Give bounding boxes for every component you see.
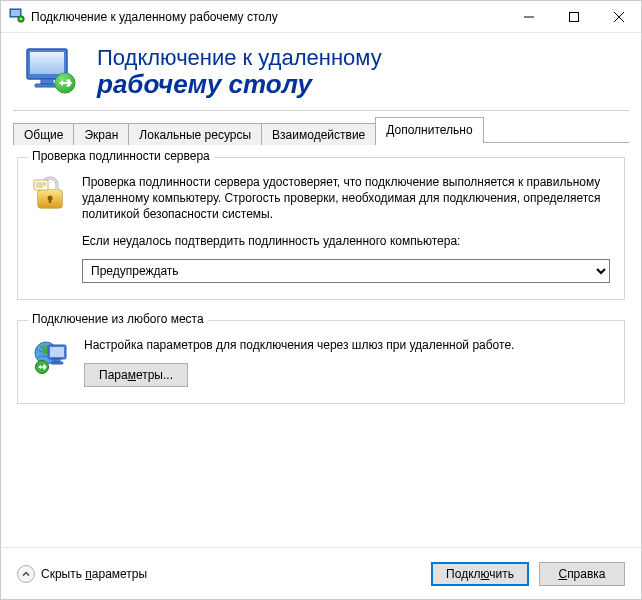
- gateway-settings-button[interactable]: Параметры...: [84, 363, 188, 387]
- header-text: Подключение к удаленному рабочему столу: [97, 45, 382, 100]
- group-gateway: Подключение из любого места: [17, 320, 625, 404]
- header: Подключение к удаленному рабочему столу: [1, 33, 641, 110]
- auth-description: Проверка подлинности сервера удостоверяе…: [82, 174, 610, 223]
- tab-content-advanced: Проверка подлинности сервера: [1, 143, 641, 547]
- svg-rect-1: [11, 10, 20, 16]
- titlebar: Подключение к удаленному рабочему столу: [1, 1, 641, 33]
- tab-general[interactable]: Общие: [13, 123, 74, 145]
- group-server-auth: Проверка подлинности сервера: [17, 157, 625, 300]
- app-icon: [9, 7, 25, 26]
- svg-rect-26: [51, 362, 63, 364]
- tab-advanced[interactable]: Дополнительно: [375, 117, 483, 143]
- svg-rect-9: [30, 52, 64, 74]
- chevron-up-icon: [17, 565, 35, 583]
- close-button[interactable]: [596, 1, 641, 32]
- gateway-description: Настройка параметров для подключения чер…: [84, 337, 610, 353]
- minimize-button[interactable]: [506, 1, 551, 32]
- help-button[interactable]: Справка: [539, 562, 625, 586]
- globe-monitor-icon: [32, 337, 70, 378]
- svg-rect-4: [569, 12, 578, 21]
- monitor-icon: [23, 45, 81, 100]
- hide-options-label: Скрыть параметры: [41, 567, 147, 581]
- lock-icon: [32, 174, 68, 217]
- svg-rect-24: [50, 347, 64, 357]
- svg-rect-10: [41, 79, 53, 84]
- footer: Скрыть параметры Подключить Справка: [1, 547, 641, 599]
- connect-button[interactable]: Подключить: [431, 562, 529, 586]
- header-line1: Подключение к удаленному: [97, 45, 382, 71]
- auth-fail-label: Если неудалось подтвердить подлинность у…: [82, 233, 610, 249]
- group-gateway-legend: Подключение из любого места: [28, 312, 208, 326]
- header-divider: [13, 110, 629, 111]
- tab-local-resources[interactable]: Локальные ресурсы: [128, 123, 262, 145]
- window-controls: [506, 1, 641, 32]
- group-server-auth-legend: Проверка подлинности сервера: [28, 149, 214, 163]
- tabs: Общие Экран Локальные ресурсы Взаимодейс…: [1, 117, 641, 143]
- rdp-window: Подключение к удаленному рабочему столу: [0, 0, 642, 600]
- maximize-button[interactable]: [551, 1, 596, 32]
- svg-rect-17: [49, 198, 51, 203]
- hide-options-toggle[interactable]: Скрыть параметры: [17, 565, 421, 583]
- tab-display[interactable]: Экран: [73, 123, 129, 145]
- window-title: Подключение к удаленному рабочему столу: [31, 10, 506, 24]
- header-line2: рабочему столу: [97, 69, 382, 100]
- auth-fail-select[interactable]: Предупреждать: [82, 259, 610, 283]
- tab-experience[interactable]: Взаимодействие: [261, 123, 376, 145]
